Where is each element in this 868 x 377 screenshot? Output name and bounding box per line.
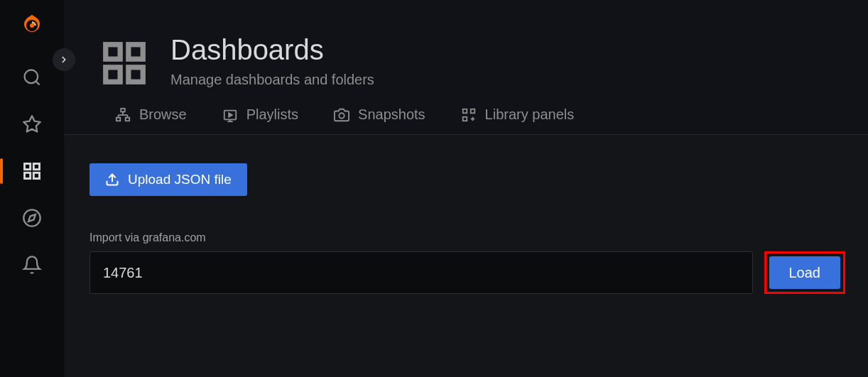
search-icon[interactable] bbox=[21, 67, 43, 88]
content-area: Upload JSON file Import via grafana.com … bbox=[64, 135, 868, 377]
svg-rect-28 bbox=[470, 109, 474, 113]
svg-rect-5 bbox=[25, 164, 31, 170]
tab-label: Library panels bbox=[485, 106, 575, 123]
tab-label: Snapshots bbox=[358, 106, 425, 123]
svg-line-3 bbox=[36, 81, 39, 84]
svg-rect-7 bbox=[25, 173, 31, 178]
alerting-icon[interactable] bbox=[21, 254, 43, 275]
svg-point-26 bbox=[339, 113, 344, 118]
svg-rect-15 bbox=[121, 108, 125, 111]
svg-marker-10 bbox=[28, 214, 36, 222]
tab-label: Browse bbox=[139, 106, 187, 123]
tab-label: Playlists bbox=[246, 106, 298, 123]
svg-rect-20 bbox=[116, 117, 121, 121]
svg-point-2 bbox=[25, 70, 38, 84]
tab-playlists[interactable]: Playlists bbox=[222, 106, 298, 123]
sidebar bbox=[0, 0, 64, 377]
expand-sidebar-button[interactable] bbox=[53, 48, 75, 71]
load-button-highlight: Load bbox=[764, 251, 846, 294]
import-id-input[interactable] bbox=[89, 251, 753, 294]
tab-library-panels[interactable]: Library panels bbox=[461, 106, 575, 123]
main-content: Dashboards Manage dashboards and folders… bbox=[64, 0, 868, 377]
tabs: Browse Playlists Snapshots Library panel… bbox=[64, 106, 868, 135]
grafana-logo[interactable] bbox=[18, 13, 46, 41]
tab-snapshots[interactable]: Snapshots bbox=[334, 106, 425, 123]
svg-rect-11 bbox=[106, 45, 120, 59]
upload-json-button[interactable]: Upload JSON file bbox=[89, 163, 247, 196]
dashboards-icon[interactable] bbox=[21, 160, 43, 182]
svg-rect-21 bbox=[126, 117, 130, 121]
svg-rect-14 bbox=[129, 67, 143, 82]
input-row: Load bbox=[89, 251, 845, 294]
page-header: Dashboards Manage dashboards and folders bbox=[64, 0, 868, 106]
page-subtitle: Manage dashboards and folders bbox=[170, 72, 374, 88]
header-text: Dashboards Manage dashboards and folders bbox=[170, 34, 374, 88]
svg-rect-29 bbox=[462, 116, 467, 121]
upload-label: Upload JSON file bbox=[128, 172, 232, 187]
svg-rect-13 bbox=[106, 67, 120, 82]
tab-browse[interactable]: Browse bbox=[115, 106, 187, 123]
import-field-group: Import via grafana.com Load bbox=[89, 231, 845, 294]
svg-marker-4 bbox=[23, 116, 40, 131]
star-icon[interactable] bbox=[21, 114, 43, 135]
svg-marker-23 bbox=[229, 113, 232, 117]
svg-rect-8 bbox=[33, 173, 39, 178]
svg-point-1 bbox=[30, 23, 34, 28]
load-button[interactable]: Load bbox=[769, 256, 841, 289]
upload-icon bbox=[105, 173, 119, 187]
dashboards-header-icon bbox=[99, 38, 149, 88]
svg-rect-27 bbox=[462, 109, 467, 113]
import-field-label: Import via grafana.com bbox=[89, 231, 845, 244]
svg-rect-12 bbox=[129, 45, 143, 59]
explore-icon[interactable] bbox=[21, 207, 43, 229]
page-title: Dashboards bbox=[170, 34, 374, 66]
svg-rect-6 bbox=[33, 164, 39, 170]
svg-point-9 bbox=[23, 209, 40, 226]
